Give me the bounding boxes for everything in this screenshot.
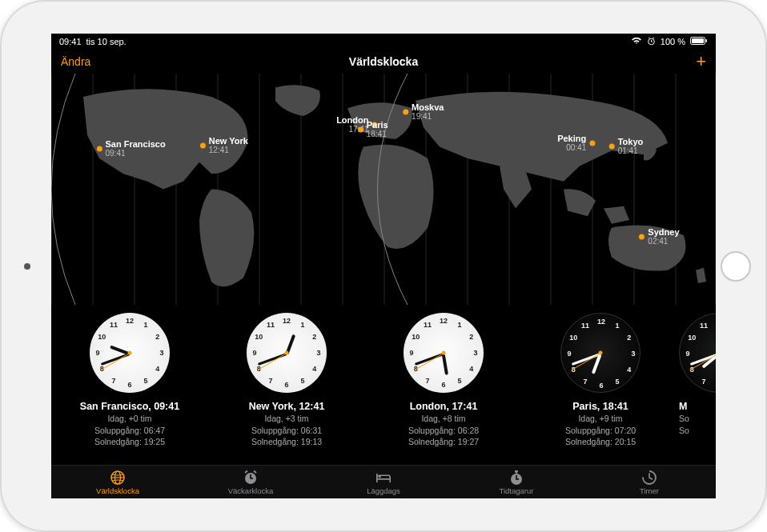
map-city-marker[interactable]: Sydney02:41 (639, 227, 679, 246)
clock-numeral: 6 (599, 382, 603, 390)
clock-row[interactable]: 123456789101112San Francisco, 09:41Idag,… (51, 305, 716, 465)
city-time: 12:41 (209, 146, 248, 154)
svg-point-26 (379, 475, 381, 478)
tab-alarm[interactable]: Väckarklocka (184, 466, 317, 498)
tab-label: Läggdags (367, 486, 400, 495)
clock-face: 123456789101112 (247, 313, 327, 393)
clock-numeral: 4 (155, 365, 159, 373)
map-dot-icon (609, 144, 615, 150)
bed-icon (375, 470, 392, 486)
map-city-marker[interactable]: Tokyo01:41 (609, 137, 644, 155)
clock-sunset: So (679, 425, 689, 437)
clock-sunrise: Soluppgång: 07:20 (565, 425, 636, 437)
clock-numeral: 1 (143, 321, 147, 329)
clock-numeral: 6 (284, 381, 288, 389)
clock-numeral: 5 (457, 377, 461, 385)
clock-numeral: 9 (252, 349, 256, 357)
clock-numeral: 10 (569, 334, 577, 342)
clock-numeral: 3 (631, 350, 635, 358)
clock-sunrise: So (679, 413, 689, 425)
clock-numeral: 2 (469, 333, 473, 341)
tab-bedtime[interactable]: Läggdags (317, 466, 450, 498)
city-time: 18:41 (367, 130, 388, 138)
clock-card[interactable]: 123456789101112London, 17:41Idag, +8 tim… (365, 313, 522, 458)
clock-numeral: 3 (473, 349, 477, 357)
clock-sunset: Solnedgång: 19:13 (251, 436, 322, 448)
alarm-icon (243, 470, 259, 486)
add-city-button[interactable]: + (696, 53, 706, 70)
clock-card[interactable]: 123456789101112Paris, 18:41Idag, +9 timS… (522, 313, 679, 458)
clock-card[interactable]: 123456789101112San Francisco, 09:41Idag,… (51, 313, 208, 458)
tab-world[interactable]: Världsklocka (51, 466, 184, 498)
clock-offset: Idag, +9 tim (578, 413, 622, 425)
ipad-frame: 09:41 tis 10 sep. 100 % Ändra Världskloc… (0, 0, 767, 532)
clock-numeral: 7 (268, 377, 272, 385)
clock-numeral: 9 (95, 349, 99, 357)
city-time: 00:41 (557, 143, 586, 152)
tab-label: Tidtagarur (500, 486, 534, 495)
clock-numeral: 11 (110, 321, 118, 329)
svg-rect-2 (692, 38, 704, 43)
clock-sunrise: Soluppgång: 06:47 (94, 425, 165, 437)
clock-hour-hand (442, 354, 448, 374)
clock-numeral: 3 (316, 349, 320, 357)
wifi-icon (631, 37, 642, 46)
world-map[interactable]: San Francisco09:41New York12:41London17:… (51, 74, 716, 305)
clock-city-time: New York, 12:41 (249, 401, 325, 412)
screen: 09:41 tis 10 sep. 100 % Ändra Världskloc… (51, 34, 716, 498)
clock-city-time: San Francisco, 09:41 (80, 401, 179, 412)
clock-card[interactable]: 123456789101112New York, 12:41Idag, +3 t… (208, 313, 365, 458)
status-time: 09:41 (59, 37, 82, 46)
clock-sunrise: Soluppgång: 06:28 (408, 425, 479, 437)
tab-bar: VärldsklockaVäckarklockaLäggdagsTidtagar… (51, 465, 716, 498)
clock-numeral: 4 (469, 365, 473, 373)
city-name: Moskva (412, 102, 444, 112)
clock-center-pin (442, 351, 446, 355)
clock-numeral: 11 (700, 322, 708, 330)
tab-stopwatch[interactable]: Tidtagarur (450, 466, 583, 498)
clock-numeral: 6 (441, 381, 445, 389)
city-time: 09:41 (105, 149, 165, 158)
map-city-marker[interactable]: Paris18:41 (358, 120, 388, 138)
clock-numeral: 2 (627, 334, 631, 342)
city-name: New York (209, 136, 248, 146)
map-city-marker[interactable]: Peking00:41 (557, 134, 595, 152)
clock-sunset: Solnedgång: 19:25 (94, 436, 165, 448)
clock-offset: Idag, +8 tim (421, 413, 465, 425)
home-button[interactable] (721, 251, 751, 282)
front-camera (24, 263, 30, 270)
clock-numeral: 1 (300, 321, 304, 329)
city-name: Sydney (648, 227, 679, 237)
clock-sunset: Solnedgång: 19:27 (408, 436, 479, 448)
clock-numeral: 4 (627, 366, 631, 374)
map-city-marker[interactable]: San Francisco09:41 (96, 139, 165, 158)
clock-numeral: 10 (98, 333, 106, 341)
tab-label: Världsklocka (96, 486, 139, 495)
clock-numeral: 7 (701, 378, 705, 386)
clock-offset: Idag, +0 tim (107, 413, 151, 425)
clock-numeral: 7 (425, 377, 429, 385)
clock-numeral: 10 (688, 334, 696, 342)
map-dot-icon (358, 126, 363, 132)
clock-face: 123456789101112 (560, 313, 641, 393)
clock-city-time: London, 17:41 (410, 401, 478, 412)
edit-button[interactable]: Ändra (61, 55, 90, 68)
tab-label: Väckarklocka (228, 486, 274, 495)
map-dot-icon (200, 142, 206, 148)
tab-timer[interactable]: Timer (583, 466, 716, 498)
map-dot-icon (639, 234, 645, 239)
clock-center-pin (285, 351, 289, 355)
clock-numeral: 9 (567, 350, 571, 358)
clock-center-pin (599, 351, 603, 355)
clock-offset: Idag, +3 tim (264, 413, 308, 425)
map-city-marker[interactable]: New York12:41 (200, 136, 248, 154)
clock-numeral: 7 (111, 377, 115, 385)
map-city-marker[interactable]: Moskva19:41 (403, 102, 444, 121)
clock-card[interactable]: 123456789101112MSoSo (679, 313, 716, 458)
clock-sunrise: Soluppgång: 06:31 (251, 425, 322, 437)
timer-icon (641, 470, 657, 486)
clock-numeral: 11 (424, 321, 432, 329)
map-dot-icon (96, 146, 102, 151)
clock-numeral: 3 (159, 349, 163, 357)
status-battery: 100 % (661, 37, 685, 46)
